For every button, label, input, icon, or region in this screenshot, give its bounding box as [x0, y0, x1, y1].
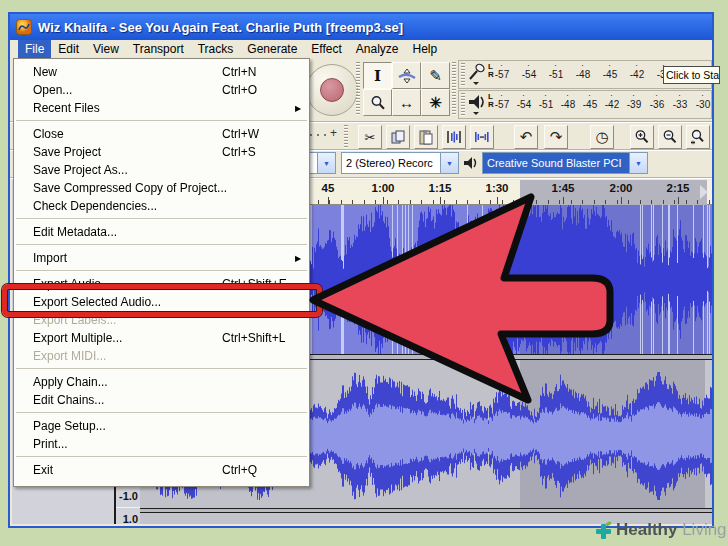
redo-icon: ↷: [550, 128, 563, 146]
meter-scale-label: -54: [518, 69, 540, 80]
chevron-down-icon[interactable]: ▼: [440, 153, 458, 173]
timeline-label: 1:45: [541, 182, 585, 194]
menu-separator: [14, 117, 309, 125]
toolbar-grip[interactable]: [452, 62, 456, 116]
undo-icon: ↶: [520, 128, 533, 146]
trim-icon: [446, 129, 462, 145]
menu-item-page-setup[interactable]: Page Setup...: [14, 417, 309, 435]
menu-item-label: Import: [33, 251, 67, 265]
cut-button[interactable]: ✂: [358, 125, 382, 149]
meter-scale-label: -45: [579, 99, 601, 110]
menu-item-label: Page Setup...: [33, 419, 106, 433]
menu-item-export-midi[interactable]: Export MIDI...: [14, 347, 309, 365]
menubar-item-file[interactable]: File: [18, 40, 51, 58]
menubar-item-effect[interactable]: Effect: [304, 40, 348, 58]
ruler-minor-tick: [525, 200, 526, 204]
toolbar-grip[interactable]: [344, 125, 348, 149]
menubar-item-edit[interactable]: Edit: [51, 40, 86, 58]
zoom-out-icon: [662, 129, 678, 145]
menu-item-label: Export Multiple...: [33, 331, 122, 345]
menubar-item-analyze[interactable]: Analyze: [349, 40, 406, 58]
menu-item-label: Edit Metadata...: [33, 225, 117, 239]
menu-item-apply-chain[interactable]: Apply Chain...: [14, 373, 309, 391]
menu-item-save-compressed-copy-of-project[interactable]: Save Compressed Copy of Project...: [14, 179, 309, 197]
watermark-light-text: Living: [677, 520, 726, 539]
timer-record-button[interactable]: ◷: [590, 125, 614, 149]
menu-item-open[interactable]: Open...Ctrl+O: [14, 81, 309, 99]
pencil-icon: ✎: [429, 67, 442, 85]
menubar-item-generate[interactable]: Generate: [240, 40, 304, 58]
undo-button[interactable]: ↶: [514, 125, 538, 149]
playback-device-dropdown[interactable]: Creative Sound Blaster PCI ▼: [482, 152, 648, 174]
meter-scale-label: -42: [601, 99, 623, 110]
meter-grip[interactable]: [461, 93, 465, 116]
ruler-minor-tick: [387, 200, 388, 204]
recording-channels-dropdown[interactable]: 2 (Stereo) Recorc ▼: [341, 152, 459, 174]
ruler-minor-tick: [651, 200, 652, 204]
output-speaker-icon: [463, 156, 479, 170]
meter-scale-label: -57: [491, 69, 513, 80]
ruler-major-tick: [678, 197, 679, 204]
menu-item-import[interactable]: Import▶: [14, 249, 309, 267]
menu-item-print[interactable]: Print...: [14, 435, 309, 453]
audacity-logo-icon: [16, 19, 32, 35]
menu-item-recent-files[interactable]: Recent Files▶: [14, 99, 309, 117]
zoom-tool-button[interactable]: [363, 89, 392, 116]
menu-item-shortcut: Ctrl+N: [222, 65, 256, 79]
menu-item-edit-chains[interactable]: Edit Chains...: [14, 391, 309, 409]
menu-item-exit[interactable]: ExitCtrl+Q: [14, 461, 309, 479]
menu-item-check-dependencies[interactable]: Check Dependencies...: [14, 197, 309, 215]
chevron-down-icon[interactable]: ▼: [317, 153, 335, 173]
multi-tool-button[interactable]: ✳: [421, 89, 450, 116]
chevron-down-icon[interactable]: ▼: [629, 153, 647, 173]
ruler-minor-tick: [605, 200, 606, 204]
menubar-item-help[interactable]: Help: [406, 40, 445, 58]
paste-button[interactable]: [414, 125, 438, 149]
menu-item-new[interactable]: NewCtrl+N: [14, 63, 309, 81]
record-icon: [320, 78, 344, 102]
trim-audio-button[interactable]: [442, 125, 466, 149]
menu-item-save-project[interactable]: Save ProjectCtrl+S: [14, 143, 309, 161]
submenu-arrow-icon: ▶: [295, 254, 301, 263]
meter-scale-label: -54: [513, 99, 535, 110]
zoom-in-button[interactable]: [630, 125, 654, 149]
menu-item-save-project-as[interactable]: Save Project As...: [14, 161, 309, 179]
menu-item-label: Edit Chains...: [33, 393, 104, 407]
toolbar-grip[interactable]: [356, 62, 360, 116]
ruler-minor-tick: [341, 200, 342, 204]
timeline-label: 2:00: [599, 182, 643, 194]
silence-audio-button[interactable]: [470, 125, 494, 149]
highlight-box: [2, 284, 322, 317]
ruler-minor-tick: [329, 200, 330, 204]
redo-button[interactable]: ↷: [544, 125, 568, 149]
selection-tool-button[interactable]: I: [363, 62, 392, 89]
menu-item-export-multiple[interactable]: Export Multiple...Ctrl+Shift+L: [14, 329, 309, 347]
meter-scale-label: -39: [623, 99, 645, 110]
menubar-item-tracks[interactable]: Tracks: [191, 40, 241, 58]
stopwatch-icon: ◷: [595, 128, 608, 146]
ruler-minor-tick: [513, 200, 514, 204]
envelope-tool-button[interactable]: [392, 62, 421, 89]
record-button[interactable]: [306, 64, 358, 116]
zoom-fit-button[interactable]: [686, 125, 710, 149]
meter-scale-label: -42: [626, 69, 648, 80]
menu-item-edit-metadata[interactable]: Edit Metadata...: [14, 223, 309, 241]
menubar-item-transport[interactable]: Transport: [126, 40, 191, 58]
timeshift-tool-button[interactable]: ↔: [392, 89, 421, 116]
zoom-out-button[interactable]: [658, 125, 682, 149]
ruler-minor-tick: [548, 200, 549, 204]
ruler-minor-tick: [410, 200, 411, 204]
menu-separator: [14, 267, 309, 275]
menubar-item-view[interactable]: View: [86, 40, 126, 58]
draw-tool-button[interactable]: ✎: [421, 62, 450, 89]
submenu-arrow-icon: ▶: [295, 104, 301, 113]
tooltip: Click to Start: [663, 66, 720, 84]
copy-button[interactable]: [386, 125, 410, 149]
menu-item-close[interactable]: CloseCtrl+W: [14, 125, 309, 143]
ibeam-icon: I: [374, 67, 381, 85]
menu-separator: [14, 453, 309, 461]
meter-grip[interactable]: [461, 63, 465, 86]
timeline-label: 45: [306, 182, 350, 194]
menu-item-shortcut: Ctrl+Shift+L: [222, 331, 285, 345]
ruler-minor-tick: [628, 200, 629, 204]
